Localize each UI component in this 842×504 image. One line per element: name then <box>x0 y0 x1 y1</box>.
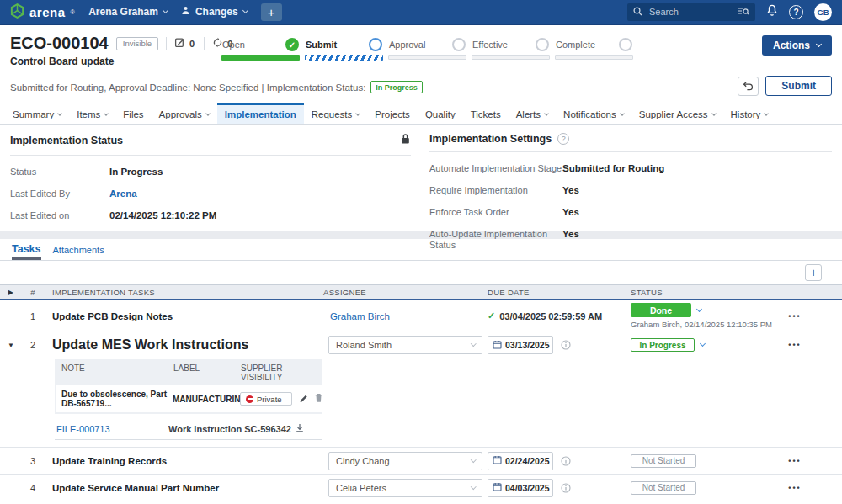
workspace-menu[interactable]: Arena Graham <box>88 6 168 18</box>
task-title: Update PCB Design Notes <box>44 311 323 321</box>
tab-summary[interactable]: Summary <box>5 103 69 124</box>
tab-projects[interactable]: Projects <box>367 103 418 124</box>
arena-brand[interactable]: arena® <box>10 3 75 21</box>
add-task-button[interactable]: + <box>805 264 822 281</box>
global-search[interactable] <box>627 3 755 21</box>
task-2-details: NOTE LABEL SUPPLIER VISIBILITY Due to ob… <box>0 358 842 447</box>
chevron-down-icon[interactable] <box>696 305 702 311</box>
private-icon <box>246 395 253 403</box>
field-row: Enforce Task Order Yes <box>429 207 832 218</box>
private-badge: Private <box>240 392 292 406</box>
status-in-progress-button[interactable]: In Progress <box>631 338 695 352</box>
stage-complete-check-icon: ✓ <box>285 38 299 51</box>
stage-complete[interactable]: Complete <box>555 37 633 61</box>
changes-menu[interactable]: Changes <box>181 6 248 18</box>
tab-notifications[interactable]: Notifications <box>556 103 632 124</box>
panel-title: Implementation Settings <box>429 133 552 145</box>
plus-icon: + <box>810 266 817 279</box>
expand-all-icon[interactable]: ▶ <box>0 289 22 296</box>
chevron-down-icon <box>471 457 476 462</box>
row-menu-icon[interactable]: ••• <box>774 341 816 349</box>
advanced-search-icon[interactable] <box>738 4 749 19</box>
due-date-input[interactable]: 02/24/2025 <box>488 452 553 470</box>
submit-button[interactable]: Submit <box>765 76 832 96</box>
column-implementation-tasks: IMPLEMENTATION TASKS <box>44 288 323 297</box>
status-not-started-button[interactable]: Not Started <box>631 481 696 495</box>
stage-pending-circle-icon <box>619 38 632 51</box>
field-value: Yes <box>562 207 579 218</box>
assignee-link[interactable]: Graham Birch <box>330 311 390 321</box>
brand-mark: ® <box>71 9 76 15</box>
tab-tasks[interactable]: Tasks <box>12 243 41 260</box>
note-subtable: NOTE LABEL SUPPLIER VISIBILITY Due to ob… <box>55 359 322 414</box>
workflow-stepper: Open ✓ Submit Approval Effective <box>221 37 633 61</box>
quick-add-button[interactable]: + <box>261 3 282 21</box>
download-icon[interactable] <box>296 423 304 434</box>
due-date-input[interactable]: 04/03/2025 <box>488 479 553 497</box>
stage-submit[interactable]: Submit <box>305 37 383 61</box>
assignee-select[interactable]: Roland Smith <box>328 336 482 354</box>
tab-supplier-access[interactable]: Supplier Access <box>632 103 723 124</box>
note-text: Due to obsolescence, Part DB-565719... <box>61 390 173 408</box>
chevron-down-icon <box>711 111 717 116</box>
user-avatar[interactable]: GB <box>814 3 832 21</box>
assignee-select[interactable]: Celia Peters <box>328 479 482 497</box>
row-menu-icon[interactable]: ••• <box>774 312 816 321</box>
status-done-button[interactable]: Done <box>631 303 691 317</box>
plus-icon: + <box>268 5 275 19</box>
notes-count[interactable]: 0 <box>166 37 195 50</box>
undo-button[interactable] <box>738 77 759 96</box>
file-name-text: Work Instruction SC-596342 <box>168 424 291 434</box>
due-date-input[interactable]: 03/13/2025 <box>488 336 553 354</box>
help-icon[interactable]: ? <box>789 5 803 19</box>
tab-history[interactable]: History <box>723 103 776 124</box>
tab-implementation[interactable]: Implementation <box>217 103 304 124</box>
search-input[interactable] <box>647 6 733 18</box>
info-icon[interactable] <box>561 483 571 493</box>
delete-trash-icon[interactable] <box>314 393 323 405</box>
row-menu-icon[interactable]: ••• <box>774 484 816 492</box>
last-edited-by-link[interactable]: Arena <box>109 188 137 199</box>
info-icon[interactable] <box>561 456 571 466</box>
chevron-down-icon[interactable] <box>700 341 706 347</box>
column-due-date: DUE DATE <box>488 288 631 297</box>
help-icon[interactable]: ? <box>557 133 569 145</box>
notifications-bell-icon[interactable] <box>766 4 778 20</box>
actions-button[interactable]: Actions <box>762 35 832 56</box>
stage-open[interactable]: Open ✓ <box>221 37 300 61</box>
stage-effective[interactable]: Effective <box>472 37 550 61</box>
field-value: In Progress <box>109 167 163 178</box>
row-menu-icon[interactable]: ••• <box>774 457 816 465</box>
table-row-task-1: 1 Update PCB Design Notes Graham Birch ✓… <box>0 300 842 332</box>
task-number: 4 <box>22 483 44 493</box>
edit-pencil-icon[interactable] <box>299 394 308 405</box>
field-value: Yes <box>562 185 579 196</box>
assignee-select[interactable]: Cindy Chang <box>328 452 482 470</box>
task-table-header: ▶ # IMPLEMENTATION TASKS ASSIGNEE DUE DA… <box>0 284 842 300</box>
chevron-down-icon <box>57 111 62 116</box>
tab-files[interactable]: Files <box>115 103 151 124</box>
tab-attachments[interactable]: Attachments <box>53 245 104 260</box>
info-icon[interactable] <box>561 340 571 350</box>
stage-approval[interactable]: Approval <box>388 37 466 61</box>
due-date-value: 02/24/2025 <box>505 456 550 466</box>
tab-alerts[interactable]: Alerts <box>509 103 556 124</box>
tab-tickets[interactable]: Tickets <box>463 103 509 124</box>
field-label: Auto-Update Implementation Status <box>429 229 562 251</box>
tab-quality[interactable]: Quality <box>418 103 463 124</box>
field-row: Last Edited on 02/14/2025 12:10:22 PM <box>10 210 411 221</box>
record-header: ECO-000104 Invisible 0 0 Control Board u… <box>0 25 842 103</box>
tab-items[interactable]: Items <box>69 103 115 124</box>
file-number-link[interactable]: FILE-000713 <box>56 424 168 434</box>
tab-requests[interactable]: Requests <box>304 103 368 124</box>
stage-pending-circle-icon <box>536 38 549 51</box>
due-date-value: 03/13/2025 <box>505 340 550 350</box>
top-navbar: arena® Arena Graham Changes + ? GB <box>0 0 842 25</box>
collapse-icon[interactable]: ▼ <box>0 342 22 349</box>
field-value: 02/14/2025 12:10:22 PM <box>109 210 216 221</box>
task-number: 2 <box>22 340 44 350</box>
field-label: Status <box>10 167 109 178</box>
tab-approvals[interactable]: Approvals <box>152 103 217 124</box>
due-date-value: 04/03/2025 <box>505 483 550 493</box>
status-not-started-button[interactable]: Not Started <box>631 454 696 468</box>
